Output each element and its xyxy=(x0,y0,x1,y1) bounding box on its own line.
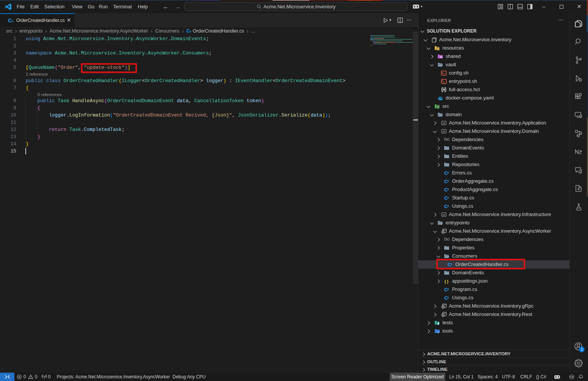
svg-text:C#: C# xyxy=(570,375,573,378)
